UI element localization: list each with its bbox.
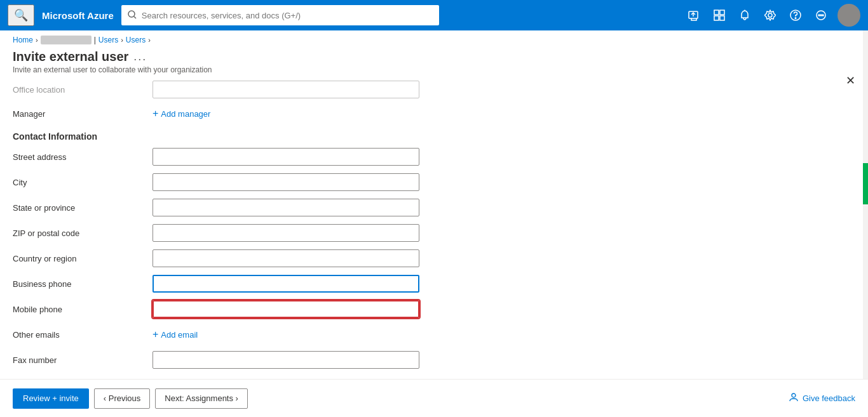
- breadcrumb-sep-1: ›: [36, 36, 38, 44]
- page-title-area: Invite external user ... Invite an exter…: [0, 50, 868, 81]
- fax-label: Fax number: [13, 355, 153, 365]
- svg-point-11: [795, 18, 796, 19]
- page-title: Invite external user: [13, 50, 128, 64]
- street-address-input[interactable]: [153, 148, 419, 166]
- office-location-label: Office location: [13, 85, 153, 95]
- search-bar: [121, 5, 439, 25]
- office-location-row: Office location: [13, 81, 855, 98]
- bell-icon-button[interactable]: [733, 4, 756, 27]
- business-phone-input[interactable]: [153, 275, 419, 293]
- help-icon-button[interactable]: [784, 4, 807, 27]
- svg-point-0: [128, 11, 135, 17]
- other-emails-label: Other emails: [13, 330, 153, 340]
- breadcrumb-tenant: [41, 36, 92, 44]
- scrollbar-track: [863, 30, 868, 379]
- svg-rect-5: [720, 10, 724, 15]
- breadcrumb-users-1[interactable]: Users: [98, 36, 118, 44]
- add-email-button[interactable]: + Add email: [153, 329, 198, 340]
- city-label: City: [13, 178, 153, 187]
- state-label: State or province: [13, 203, 153, 213]
- svg-point-9: [768, 13, 772, 17]
- search-input[interactable]: [142, 11, 433, 20]
- svg-line-1: [134, 17, 136, 18]
- city-input[interactable]: [153, 173, 419, 191]
- zip-row: ZIP or postal code: [13, 223, 855, 243]
- country-label: Country or region: [13, 254, 153, 263]
- content-area: Office location Manager + Add manager Co…: [0, 81, 868, 374]
- add-manager-button[interactable]: + Add manager: [153, 109, 210, 119]
- breadcrumb: Home › | Users › Users ›: [0, 30, 868, 50]
- mobile-phone-input[interactable]: [153, 300, 419, 318]
- manager-row: Manager + Add manager: [13, 103, 855, 124]
- fax-row: Fax number: [13, 350, 855, 370]
- zip-input[interactable]: [153, 224, 419, 242]
- svg-point-14: [820, 15, 822, 16]
- page-subtitle: Invite an external user to collaborate w…: [13, 65, 855, 74]
- zip-label: ZIP or postal code: [13, 228, 153, 238]
- city-row: City: [13, 172, 855, 192]
- scrollbar-thumb[interactable]: [863, 163, 868, 204]
- office-location-input[interactable]: [153, 81, 419, 98]
- svg-point-13: [818, 15, 820, 16]
- add-email-label: Add email: [161, 330, 198, 340]
- hamburger-menu-button[interactable]: 🔍: [8, 4, 34, 26]
- mobile-phone-label: Mobile phone: [13, 305, 153, 314]
- header-icon-group: [682, 4, 860, 27]
- plus-icon-email: +: [153, 329, 158, 340]
- other-emails-row: Other emails + Add email: [13, 324, 855, 345]
- breadcrumb-home[interactable]: Home: [13, 36, 33, 44]
- street-address-row: Street address: [13, 147, 855, 167]
- breadcrumb-sep-2: ›: [121, 36, 123, 44]
- business-phone-row: Business phone: [13, 274, 855, 294]
- state-row: State or province: [13, 197, 855, 218]
- cloud-upload-icon-button[interactable]: [682, 4, 705, 27]
- app-logo: Microsoft Azure: [42, 10, 114, 21]
- contact-information-header: Contact Information: [13, 131, 855, 142]
- svg-rect-4: [714, 10, 719, 15]
- svg-rect-7: [720, 16, 724, 20]
- main-wrapper: Home › | Users › Users › Invite external…: [0, 30, 868, 379]
- breadcrumb-users-2[interactable]: Users: [126, 36, 146, 44]
- breadcrumb-sep-3: ›: [148, 36, 151, 44]
- search-icon: [128, 10, 137, 21]
- ellipsis-menu[interactable]: ...: [133, 50, 147, 63]
- country-input[interactable]: [153, 249, 419, 267]
- fax-input[interactable]: [153, 351, 419, 369]
- add-manager-label: Add manager: [161, 109, 210, 119]
- state-input[interactable]: [153, 199, 419, 216]
- portal-icon-button[interactable]: [708, 4, 731, 27]
- feedback-icon-button[interactable]: [810, 4, 832, 27]
- avatar[interactable]: [837, 4, 860, 27]
- mobile-phone-row: Mobile phone: [13, 299, 855, 319]
- manager-label: Manager: [13, 109, 153, 119]
- business-phone-label: Business phone: [13, 279, 153, 289]
- svg-rect-6: [714, 16, 719, 20]
- country-row: Country or region: [13, 248, 855, 268]
- header: 🔍 Microsoft Azure: [0, 0, 868, 30]
- settings-icon-button[interactable]: [759, 4, 782, 27]
- street-address-label: Street address: [13, 152, 153, 162]
- svg-point-15: [822, 15, 824, 16]
- plus-icon: +: [153, 109, 158, 119]
- breadcrumb-pipe: |: [94, 36, 96, 44]
